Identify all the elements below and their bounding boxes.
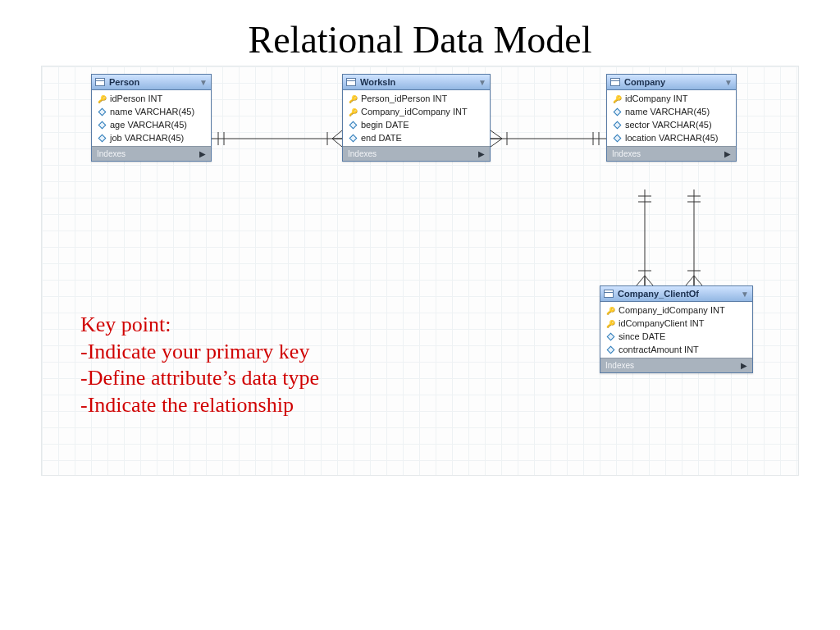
entity-footer[interactable]: Indexes ▶ xyxy=(607,146,736,161)
entity-company-title: Company xyxy=(624,77,665,87)
attribute-row: Company_idCompany INT xyxy=(343,105,490,118)
entity-company-body: idCompany INT name VARCHAR(45) sector VA… xyxy=(607,90,736,146)
diamond-icon xyxy=(98,121,106,129)
entity-person-body: idPerson INT name VARCHAR(45) age VARCHA… xyxy=(92,90,211,146)
diamond-icon xyxy=(606,332,614,340)
indexes-label: Indexes xyxy=(97,149,126,158)
entity-clientof-header[interactable]: Company_ClientOf ▼ xyxy=(600,286,752,302)
keypoint-bullet: -Indicate the relationship xyxy=(80,392,319,419)
attribute-row: contractAmount INT xyxy=(600,343,752,356)
collapse-icon: ▼ xyxy=(478,78,486,87)
attr-text: Company_idCompany INT xyxy=(619,305,725,315)
attr-text: job VARCHAR(45) xyxy=(110,133,184,143)
expand-icon: ▶ xyxy=(478,149,485,158)
collapse-icon: ▼ xyxy=(724,78,733,87)
entity-company[interactable]: Company ▼ idCompany INT name VARCHAR(45)… xyxy=(606,74,737,162)
attribute-row: name VARCHAR(45) xyxy=(607,105,736,118)
diamond-icon xyxy=(613,134,621,142)
attr-text: begin DATE xyxy=(361,120,409,130)
diamond-icon xyxy=(606,345,614,354)
svg-line-27 xyxy=(694,276,702,285)
collapse-icon: ▼ xyxy=(199,78,208,87)
diamond-icon xyxy=(98,134,106,142)
attribute-row: Person_idPerson INT xyxy=(343,92,490,105)
entity-person-header[interactable]: Person ▼ xyxy=(92,75,211,90)
svg-line-11 xyxy=(491,139,502,147)
attribute-row: Company_idCompany INT xyxy=(600,304,752,317)
indexes-label: Indexes xyxy=(348,149,377,158)
keypoint-block: Key point: -Indicate your primary key -D… xyxy=(80,312,319,418)
keypoint-text: Indicate the relationship xyxy=(88,393,294,417)
attr-text: Company_idCompany INT xyxy=(361,107,468,116)
attr-text: Person_idPerson INT xyxy=(361,94,447,103)
entity-footer[interactable]: Indexes ▶ xyxy=(600,358,752,372)
diamond-icon xyxy=(613,121,621,129)
keypoint-text: Indicate your primary key xyxy=(88,340,310,363)
diamond-icon xyxy=(349,121,357,129)
table-icon xyxy=(346,78,356,86)
entity-clientof-body: Company_idCompany INT idCompanyClient IN… xyxy=(600,302,752,358)
page-title: Relational Data Model xyxy=(0,0,840,66)
attr-text: name VARCHAR(45) xyxy=(110,107,194,116)
key-icon xyxy=(349,107,358,116)
attr-text: contractAmount INT xyxy=(619,345,699,354)
entity-company-header[interactable]: Company ▼ xyxy=(607,75,736,90)
keypoint-bullet: -Indicate your primary key xyxy=(80,339,319,366)
entity-worksin-header[interactable]: WorksIn ▼ xyxy=(343,75,490,90)
key-icon xyxy=(98,94,107,103)
expand-icon: ▶ xyxy=(741,361,747,370)
entity-worksin[interactable]: WorksIn ▼ Person_idPerson INT Company_id… xyxy=(342,74,491,162)
svg-line-9 xyxy=(491,130,502,139)
key-icon xyxy=(606,306,615,315)
entity-worksin-body: Person_idPerson INT Company_idCompany IN… xyxy=(343,90,490,146)
attr-text: age VARCHAR(45) xyxy=(110,120,187,130)
attr-text: since DATE xyxy=(619,331,665,341)
diamond-icon xyxy=(613,107,621,116)
attribute-row: idPerson INT xyxy=(92,92,211,105)
attr-text: sector VARCHAR(45) xyxy=(625,120,712,130)
entity-company-clientof[interactable]: Company_ClientOf ▼ Company_idCompany INT… xyxy=(600,285,753,373)
entity-clientof-title: Company_ClientOf xyxy=(618,289,699,299)
svg-line-25 xyxy=(686,276,694,285)
diamond-icon xyxy=(349,134,357,142)
entity-worksin-title: WorksIn xyxy=(360,77,395,87)
key-icon xyxy=(613,94,622,103)
attribute-row: job VARCHAR(45) xyxy=(92,131,211,144)
svg-line-6 xyxy=(332,139,342,147)
expand-icon: ▶ xyxy=(199,149,206,158)
svg-line-20 xyxy=(645,276,653,285)
attribute-row: name VARCHAR(45) xyxy=(92,105,211,118)
keypoint-heading: Key point: xyxy=(80,312,319,339)
attr-text: location VARCHAR(45) xyxy=(625,133,719,143)
entity-person-title: Person xyxy=(109,77,139,87)
keypoint-bullet: -Define attribute’s data type xyxy=(80,365,319,392)
collapse-icon: ▼ xyxy=(741,290,749,299)
attr-text: idCompany INT xyxy=(625,94,687,103)
attr-text: end DATE xyxy=(361,133,402,143)
svg-line-18 xyxy=(637,276,645,285)
attribute-row: age VARCHAR(45) xyxy=(92,118,211,131)
keypoint-text: Define attribute’s data type xyxy=(88,366,319,390)
attr-text: idPerson INT xyxy=(110,94,162,103)
attribute-row: end DATE xyxy=(343,131,490,144)
indexes-label: Indexes xyxy=(612,149,641,158)
entity-footer[interactable]: Indexes ▶ xyxy=(92,146,211,161)
key-icon xyxy=(606,319,615,328)
attr-text: idCompanyClient INT xyxy=(619,318,705,328)
key-icon xyxy=(349,94,358,103)
attribute-row: idCompany INT xyxy=(607,92,736,105)
attribute-row: sector VARCHAR(45) xyxy=(607,118,736,131)
table-icon xyxy=(95,78,105,86)
diamond-icon xyxy=(98,107,106,116)
svg-line-4 xyxy=(332,130,342,139)
entity-person[interactable]: Person ▼ idPerson INT name VARCHAR(45) a… xyxy=(91,74,212,162)
attribute-row: location VARCHAR(45) xyxy=(607,131,736,144)
entity-footer[interactable]: Indexes ▶ xyxy=(343,146,490,161)
attribute-row: begin DATE xyxy=(343,118,490,131)
attr-text: name VARCHAR(45) xyxy=(625,107,710,116)
indexes-label: Indexes xyxy=(605,361,634,370)
table-icon xyxy=(604,290,614,298)
table-icon xyxy=(610,78,620,86)
attribute-row: idCompanyClient INT xyxy=(600,317,752,330)
attribute-row: since DATE xyxy=(600,330,752,343)
